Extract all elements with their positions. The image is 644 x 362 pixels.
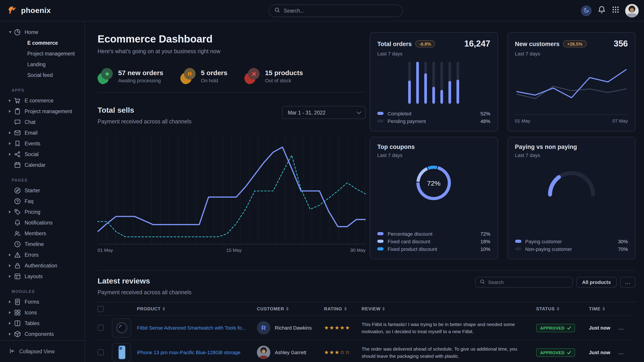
sort-icon — [162, 307, 165, 311]
new-customers-card: New customers +26.5% 356 Last 7 days 01 … — [507, 32, 636, 131]
row-menu-button[interactable]: ... — [618, 325, 636, 331]
sidebar-item-label: Calendar — [24, 162, 46, 168]
column-header-review[interactable]: REVIEW — [362, 306, 536, 311]
sidebar-item-errors[interactable]: Errors — [0, 250, 84, 260]
brand-logo[interactable]: phoenix — [8, 5, 51, 16]
legend-value: 18% — [480, 239, 490, 244]
page-title: Ecommerce Dashboard — [98, 33, 366, 45]
column-header-rating[interactable]: RATING — [324, 306, 362, 311]
legend-label: Pending payment — [388, 118, 426, 124]
column-header-time[interactable]: TIME — [589, 306, 618, 311]
total-sells-axis: 01 May15 May30 May — [98, 247, 366, 255]
sidebar-item-timeline[interactable]: Timeline — [0, 239, 84, 250]
row-checkbox[interactable] — [98, 349, 104, 356]
sidebar-subitem-e-commerce[interactable]: E commerce — [0, 37, 84, 48]
clipboard-icon — [14, 108, 21, 115]
product-link[interactable]: Fitbit Sense Advanced Smartwatch with To… — [137, 325, 257, 331]
apps-grid-button[interactable] — [612, 6, 620, 15]
caret-right-icon — [9, 211, 14, 213]
customer-name: Ashley Garrett — [275, 350, 306, 355]
sidebar-item-project-management[interactable]: Project management — [0, 106, 84, 117]
caret-right-icon — [9, 254, 14, 256]
sidebar-item-label: Icons — [24, 310, 37, 315]
legend-row: Pending payment48% — [377, 117, 490, 125]
stat-sublabel: Awating processing — [118, 78, 163, 83]
grid4-icon — [14, 309, 21, 316]
table-row: Fitbit Sense Advanced Smartwatch with To… — [98, 316, 636, 340]
collapse-icon — [9, 348, 15, 355]
sidebar-item-label: Forms — [24, 299, 39, 305]
row-checkbox[interactable] — [98, 325, 104, 331]
sidebar-item-events[interactable]: Events — [0, 138, 84, 149]
sidebar-item-label: Layouts — [24, 274, 43, 279]
sidebar-item-e-commerce[interactable]: E commerce — [0, 95, 84, 106]
stat-red: 15 productsOut of stock — [244, 68, 303, 84]
page-subtitle: Here's what's going on at your business … — [98, 48, 366, 54]
product-link[interactable]: iPhone 13 pro max-Pacific Blue-128GB sto… — [137, 350, 257, 355]
sidebar-item-label: E commerce — [24, 98, 54, 103]
sidebar-item-label: Pricing — [24, 209, 40, 215]
trend-badge: -6.8% — [415, 40, 435, 47]
sidebar-item-forms[interactable]: Forms — [0, 297, 84, 307]
layout-icon — [14, 273, 21, 280]
sidebar-subitem-social-feed[interactable]: Social feed — [0, 70, 84, 80]
legend-label: Fixed product discount — [388, 246, 437, 252]
sidebar-item-icons[interactable]: Icons — [0, 307, 84, 318]
sidebar-item-authentication[interactable]: Authentication — [0, 260, 84, 271]
users-icon — [14, 230, 21, 237]
legend-swatch — [377, 240, 384, 243]
more-options-button[interactable]: ... — [620, 277, 636, 288]
column-header-product[interactable]: PRODUCT — [137, 306, 257, 311]
review-time: Just now — [589, 350, 618, 355]
notifications-button[interactable] — [598, 5, 606, 16]
legend-value: 70% — [618, 246, 628, 252]
stat-orange: 5 ordersOn hold — [180, 68, 227, 84]
product-thumbnail[interactable] — [112, 343, 131, 362]
sidebar-item-tables[interactable]: Tables — [0, 318, 84, 329]
review-time: Just now — [589, 325, 618, 331]
sidebar-item-email[interactable]: Email — [0, 127, 84, 138]
reviews-search[interactable] — [475, 277, 572, 288]
legend-value: 52% — [480, 111, 490, 116]
user-avatar[interactable] — [625, 4, 639, 17]
product-thumbnail[interactable] — [112, 318, 131, 338]
grid-icon — [612, 6, 620, 15]
date-range-select[interactable]: Mar 1 - 31, 2022 — [282, 106, 366, 119]
sidebar-item-pricing[interactable]: Pricing — [0, 207, 84, 217]
column-header-customer[interactable]: CUSTOMER — [257, 306, 324, 311]
sidebar-item-social[interactable]: Social — [0, 149, 84, 160]
sidebar-item-label: Errors — [24, 252, 39, 258]
legend-label: Completed — [388, 111, 411, 116]
sidebar-item-chat[interactable]: Chat — [0, 117, 84, 127]
select-all-checkbox[interactable] — [98, 306, 104, 312]
sidebar-item-components[interactable]: Components — [0, 329, 84, 340]
total-orders-card: Total orders -6.8% 16,247 Last 7 days Co… — [370, 32, 498, 131]
all-products-button[interactable]: All products — [576, 277, 616, 288]
collapsed-view-toggle[interactable]: Collapsed View — [0, 340, 84, 362]
legend-value: 30% — [618, 239, 628, 244]
sidebar-subitem-landing[interactable]: Landing — [0, 59, 84, 70]
sort-icon — [382, 307, 385, 311]
sidebar-item-calendar[interactable]: Calendar — [0, 160, 84, 170]
sidebar-item-notifications[interactable]: Notifications — [0, 217, 84, 228]
stat-sublabel: Out of stock — [265, 78, 303, 83]
row-menu-button[interactable]: ... — [618, 350, 636, 355]
sidebar-item-home[interactable]: Home — [0, 27, 84, 37]
stat-pause-icon — [180, 68, 196, 84]
avatar: R — [257, 321, 270, 335]
sidebar-subitem-project-management[interactable]: Project management — [0, 48, 84, 59]
search-input[interactable] — [284, 8, 397, 13]
navbar-search[interactable] — [268, 4, 403, 17]
theme-toggle-button[interactable] — [581, 5, 592, 16]
sidebar-item-layouts[interactable]: Layouts — [0, 271, 84, 282]
caret-right-icon — [9, 110, 14, 113]
rating-stars: ★★★★★ — [324, 325, 362, 331]
sidebar-item-starter[interactable]: Starter — [0, 185, 84, 196]
sidebar-item-faq[interactable]: Faq — [0, 196, 84, 207]
legend-value: 48% — [480, 118, 490, 124]
collapsed-view-label: Collapsed View — [19, 349, 54, 354]
sidebar-item-members[interactable]: Members — [0, 228, 84, 239]
column-header-status[interactable]: STATUS — [536, 306, 589, 311]
reviews-search-input[interactable] — [488, 280, 568, 285]
trend-badge: +26.5% — [563, 40, 586, 47]
